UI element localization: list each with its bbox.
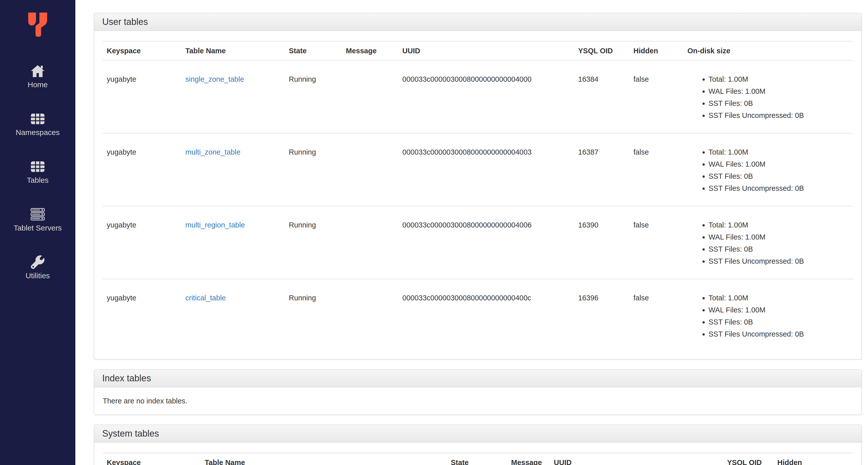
system-tables-panel-title: System tables — [94, 425, 862, 443]
index-tables-panel-title: Index tables — [94, 370, 862, 387]
uuid-cell: 000033c0000030008000000000004003 — [398, 133, 574, 206]
user-tables-panel: User tables Keyspace Table Name State Me… — [94, 13, 862, 360]
column-header-uuid: UUID — [550, 453, 723, 465]
disk-stat-wal: WAL Files: 1.00M — [709, 158, 849, 170]
message-cell — [342, 279, 398, 352]
hidden-cell: false — [629, 133, 683, 206]
column-header-message: Message — [342, 41, 398, 60]
system-tables-table: Keyspace Table Name State Message UUID Y… — [103, 453, 853, 465]
table-name-cell: single_zone_table — [181, 60, 285, 133]
home-icon — [31, 64, 45, 79]
disk-stat-sst-uncompressed: SST Files Uncompressed: 0B — [709, 109, 849, 121]
ysql-oid-cell: 16390 — [574, 206, 629, 279]
main-content: User tables Keyspace Table Name State Me… — [75, 0, 868, 465]
ysql-oid-cell: 16384 — [574, 60, 629, 133]
index-tables-empty-message: There are no index tables. — [94, 387, 862, 414]
sidebar-item-home[interactable]: Home — [28, 64, 48, 89]
disk-stat-total: Total: 1.00M — [709, 73, 849, 85]
column-header-keyspace: Keyspace — [103, 453, 201, 465]
keyspace-cell: yugabyte — [103, 133, 181, 206]
message-cell — [342, 133, 398, 206]
keyspace-cell: yugabyte — [103, 279, 181, 352]
disk-stat-sst: SST Files: 0B — [709, 243, 849, 255]
on-disk-size-cell: Total: 1.00M WAL Files: 1.00M SST Files:… — [683, 279, 853, 352]
disk-stat-sst: SST Files: 0B — [709, 316, 849, 328]
message-cell — [342, 206, 398, 279]
column-header-state: State — [285, 41, 342, 60]
system-tables-panel-body: Keyspace Table Name State Message UUID Y… — [94, 443, 862, 465]
disk-stat-total: Total: 1.00M — [709, 146, 849, 158]
uuid-cell: 000033c0000030008000000000004006 — [398, 206, 574, 279]
column-header-state: State — [447, 453, 507, 465]
column-header-table-name: Table Name — [181, 41, 285, 60]
system-tables-panel: System tables Keyspace Table Name State … — [94, 425, 862, 465]
keyspace-cell: yugabyte — [103, 206, 181, 279]
table-name-cell: multi_region_table — [181, 206, 285, 279]
user-tables-panel-body: Keyspace Table Name State Message UUID Y… — [94, 31, 862, 359]
state-cell: Running — [285, 60, 342, 133]
on-disk-size-cell: Total: 1.00M WAL Files: 1.00M SST Files:… — [683, 60, 853, 133]
table-link-critical-table[interactable]: critical_table — [185, 294, 226, 302]
sidebar-item-label: Utilities — [26, 271, 50, 280]
on-disk-size-list: Total: 1.00M WAL Files: 1.00M SST Files:… — [687, 292, 849, 340]
disk-stat-total: Total: 1.00M — [709, 219, 849, 231]
uuid-cell: 000033c0000030008000000000004000 — [398, 60, 574, 133]
table-link-multi-region-table[interactable]: multi_region_table — [185, 221, 245, 229]
disk-stat-total: Total: 1.00M — [709, 292, 849, 304]
disk-stat-sst: SST Files: 0B — [709, 97, 849, 109]
table-name-cell: multi_zone_table — [181, 133, 285, 206]
tables-grid-icon — [31, 159, 45, 174]
disk-stat-sst: SST Files: 0B — [709, 170, 849, 182]
column-header-ysql-oid: YSQL OID — [574, 41, 629, 60]
ysql-oid-cell: 16396 — [574, 279, 629, 352]
sidebar-item-label: Tablet Servers — [13, 224, 62, 232]
sidebar: Home Namespaces — [0, 0, 75, 465]
utilities-wrench-icon — [31, 255, 44, 269]
system-tables-header-row: Keyspace Table Name State Message UUID Y… — [103, 453, 853, 465]
column-header-ysql-oid: YSQL OID — [723, 453, 773, 465]
disk-stat-wal: WAL Files: 1.00M — [709, 85, 849, 97]
sidebar-item-label: Namespaces — [16, 128, 60, 137]
uuid-cell: 000033c000003000800000000000400c — [398, 279, 574, 352]
table-name-cell: critical_table — [181, 279, 285, 352]
disk-stat-sst-uncompressed: SST Files Uncompressed: 0B — [709, 328, 849, 340]
column-header-table-name: Table Name — [201, 453, 447, 465]
message-cell — [342, 60, 398, 133]
hidden-cell: false — [629, 60, 683, 133]
on-disk-size-cell: Total: 1.00M WAL Files: 1.00M SST Files:… — [683, 206, 853, 279]
sidebar-item-tables[interactable]: Tables — [27, 159, 49, 184]
sidebar-item-namespaces[interactable]: Namespaces — [16, 112, 60, 137]
table-link-single-zone-table[interactable]: single_zone_table — [185, 75, 244, 83]
ysql-oid-cell: 16387 — [574, 133, 629, 206]
on-disk-size-list: Total: 1.00M WAL Files: 1.00M SST Files:… — [687, 146, 849, 194]
on-disk-size-cell: Total: 1.00M WAL Files: 1.00M SST Files:… — [683, 133, 853, 206]
hidden-cell: false — [629, 206, 683, 279]
user-tables-header-row: Keyspace Table Name State Message UUID Y… — [103, 41, 853, 60]
column-header-on-disk-size: On-disk size — [683, 41, 853, 60]
namespaces-grid-icon — [31, 112, 45, 126]
sidebar-item-utilities[interactable]: Utilities — [26, 255, 50, 280]
state-cell: Running — [285, 133, 342, 206]
on-disk-size-list: Total: 1.00M WAL Files: 1.00M SST Files:… — [687, 219, 849, 267]
on-disk-size-list: Total: 1.00M WAL Files: 1.00M SST Files:… — [687, 73, 849, 121]
sidebar-item-label: Home — [28, 81, 48, 89]
user-tables-panel-title: User tables — [94, 13, 862, 31]
yugabyte-logo[interactable] — [27, 12, 49, 37]
table-link-multi-zone-table[interactable]: multi_zone_table — [185, 148, 240, 156]
table-row: yugabyte multi_zone_table Running 000033… — [103, 133, 853, 206]
sidebar-item-tablet-servers[interactable]: Tablet Servers — [13, 207, 62, 232]
index-tables-panel: Index tables There are no index tables. — [94, 369, 862, 415]
table-row: yugabyte single_zone_table Running 00003… — [103, 60, 853, 133]
page: Home Namespaces — [0, 0, 868, 465]
state-cell: Running — [285, 279, 342, 352]
column-header-uuid: UUID — [398, 41, 574, 60]
table-row: yugabyte critical_table Running 000033c0… — [103, 279, 853, 352]
sidebar-item-label: Tables — [27, 176, 49, 184]
table-row: yugabyte multi_region_table Running 0000… — [103, 206, 853, 279]
disk-stat-wal: WAL Files: 1.00M — [709, 231, 849, 243]
tablet-servers-icon — [31, 207, 45, 222]
column-header-hidden: Hidden — [773, 453, 853, 465]
disk-stat-sst-uncompressed: SST Files Uncompressed: 0B — [709, 182, 849, 194]
yugabyte-logo-icon — [27, 12, 49, 37]
column-header-hidden: Hidden — [629, 41, 683, 60]
